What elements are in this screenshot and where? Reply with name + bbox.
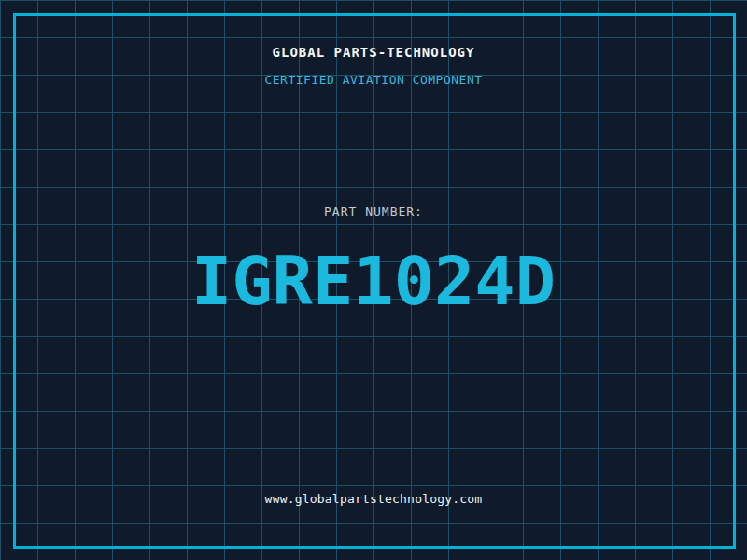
company-name: GLOBAL PARTS-TECHNOLOGY (0, 45, 747, 60)
part-number-value: IGRE1024D (0, 247, 747, 315)
website-url: www.globalpartstechnology.com (0, 492, 747, 506)
part-number-label: PART NUMBER: (0, 204, 747, 218)
certification-tagline: CERTIFIED AVIATION COMPONENT (0, 73, 747, 87)
blueprint-label: GLOBAL PARTS-TECHNOLOGY CERTIFIED AVIATI… (0, 0, 747, 560)
